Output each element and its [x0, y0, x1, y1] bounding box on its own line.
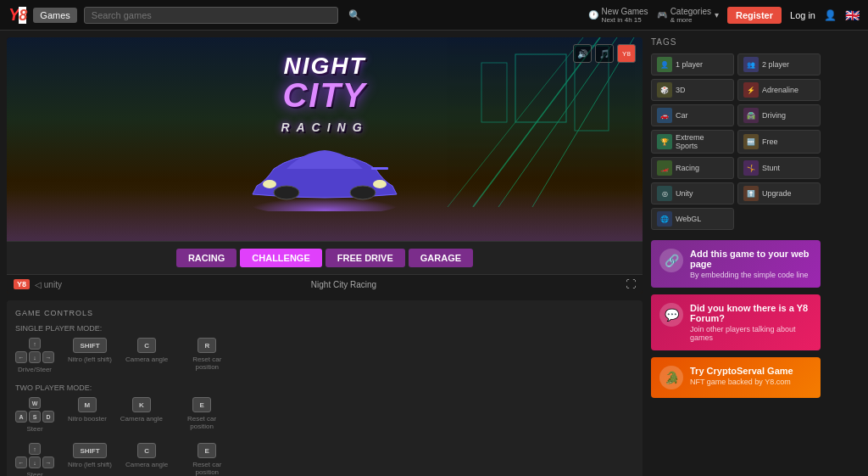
game-frame[interactable]: NIGHT CITY RACING 🔊 🎵 Y8 [7, 37, 643, 241]
sound-button[interactable]: 🔊 [573, 44, 592, 63]
tag-driving[interactable]: 🛣️ Driving [737, 104, 821, 126]
new-games-button[interactable]: 🕐 New Games Next in 4h 15 [588, 7, 648, 24]
register-button[interactable]: Register [727, 7, 782, 24]
language-flag[interactable]: 🇬🇧 [845, 8, 860, 22]
tag-racing[interactable]: 🏎️ Racing [651, 157, 734, 179]
tag-webgl[interactable]: 🌐 WebGL [651, 208, 734, 230]
promo-crypto-title: Try CryptoServal Game [690, 366, 793, 376]
svg-point-8 [263, 180, 276, 188]
logo[interactable]: Y8 [8, 5, 26, 25]
fullscreen-button[interactable]: ⛶ [626, 278, 636, 290]
control-reset-p1: E Reset car position [176, 397, 227, 430]
game-footer: Y8 ◁ unity Night City Racing ⛶ [7, 274, 643, 294]
categories-sub: & more [670, 16, 711, 24]
tag-thumb-racing: 🏎️ [657, 160, 672, 176]
svg-rect-6 [481, 63, 507, 122]
forum-icon: 💬 [659, 303, 683, 327]
games-button[interactable]: Games [33, 8, 76, 23]
svg-point-10 [274, 186, 299, 199]
tags-grid: 👤 1 player 👥 2 player 🎲 3D ⚡ Adrenaline … [651, 53, 821, 230]
embed-icon: 🔗 [659, 249, 683, 272]
promo-forum-text: Did you know there is a Y8 Forum? Join o… [690, 303, 812, 342]
settings-icon[interactable]: Y8 [617, 44, 636, 63]
control-reset-single: R Reset car position [181, 338, 232, 371]
promo-forum-row: 💬 Did you know there is a Y8 Forum? Join… [659, 303, 812, 342]
promo-crypto-text: Try CryptoServal Game NFT game backed by… [690, 366, 793, 386]
promo-forum-card[interactable]: 💬 Did you know there is a Y8 Forum? Join… [651, 294, 821, 350]
nav-links: 🕐 New Games Next in 4h 15 🎮 Categories &… [588, 7, 860, 24]
control-reset-p2: E Reset car position [181, 443, 232, 476]
tag-thumb-1player: 👤 [657, 57, 672, 72]
promo-embed-sub: By embedding the simple code line [690, 271, 812, 279]
tag-thumb-3d: 🎲 [657, 82, 672, 98]
promo-crypto-sub: NFT game backed by Y8.com [690, 378, 793, 386]
promo-embed-text: Add this game to your web page By embedd… [690, 249, 812, 279]
tab-free-drive[interactable]: FREE DRIVE [326, 249, 405, 267]
game-title-racing: RACING [281, 120, 368, 134]
tag-adrenaline[interactable]: ⚡ Adrenaline [737, 79, 821, 101]
tag-2player[interactable]: 👥 2 player [737, 53, 821, 76]
control-nitro-single: SHIFT Nitro (left shift) [68, 338, 112, 363]
svg-point-11 [350, 186, 376, 199]
tag-free[interactable]: 🆓 Free [737, 130, 821, 154]
tag-1player[interactable]: 👤 1 player [651, 53, 734, 76]
unity-logo: ◁ unity [35, 280, 62, 289]
tag-thumb-webgl: 🌐 [657, 211, 672, 227]
promo-embed-title: Add this game to your web page [690, 249, 812, 269]
single-player-label: SINGLE PLAYER MODE: [15, 324, 634, 333]
tag-stunt[interactable]: 🤸 Stunt [737, 157, 821, 179]
header: Y8 Games 🔍 🕐 New Games Next in 4h 15 🎮 C… [0, 0, 868, 31]
tag-thumb-extreme: 🏆 [657, 134, 672, 149]
tag-thumb-adrenaline: ⚡ [743, 82, 759, 98]
control-drive-steer: ↑ ←↓→ Drive/Steer [15, 338, 54, 373]
tag-upgrade[interactable]: ⬆️ Upgrade [737, 182, 821, 204]
new-games-sub: Next in 4h 15 [602, 16, 648, 24]
tag-thumb-upgrade: ⬆️ [743, 186, 759, 201]
tag-thumb-car: 🚗 [657, 108, 672, 123]
tag-extreme-sports[interactable]: 🏆 Extreme Sports [651, 130, 734, 154]
game-controls-section: GAME CONTROLS SINGLE PLAYER MODE: ↑ ←↓→ … [7, 300, 643, 476]
sound-controls: 🔊 🎵 Y8 [573, 44, 636, 63]
promo-forum-sub: Join other players talking about games [690, 325, 812, 342]
svg-rect-12 [371, 167, 388, 170]
tag-3d[interactable]: 🎲 3D [651, 79, 734, 101]
main-container: NIGHT CITY RACING 🔊 🎵 Y8 RACING [0, 31, 868, 476]
two-player-controls-row1: W ASD Steer M Nitro booster K Camera ang… [15, 397, 634, 433]
tag-unity[interactable]: ◎ Unity [651, 182, 734, 204]
control-camera-p1: K Camera angle [120, 397, 163, 423]
controls-label: GAME CONTROLS [15, 309, 634, 317]
left-content: NIGHT CITY RACING 🔊 🎵 Y8 RACING [7, 37, 643, 476]
tag-thumb-2player: 👥 [743, 57, 759, 72]
tag-car[interactable]: 🚗 Car [651, 104, 734, 126]
categories-label: Categories [670, 7, 711, 16]
music-button[interactable]: 🎵 [595, 44, 614, 63]
promo-forum-title: Did you know there is a Y8 Forum? [690, 303, 812, 323]
search-input[interactable] [84, 7, 338, 24]
control-camera-p2: C Camera angle [125, 443, 168, 468]
promo-embed-card[interactable]: 🔗 Add this game to your web page By embe… [651, 240, 821, 288]
categories-button[interactable]: 🎮 Categories & more ▾ [657, 7, 719, 24]
tags-title: TAGS [651, 37, 821, 47]
login-button[interactable]: Log in [790, 10, 815, 20]
game-tabs-bar: RACING CHALLENGE FREE DRIVE GARAGE [7, 241, 643, 274]
promo-crypto-card[interactable]: 🐊 Try CryptoServal Game NFT game backed … [651, 357, 821, 398]
control-nitro-p2: SHIFT Nitro (left shift) [68, 443, 112, 468]
tab-racing[interactable]: RACING [176, 249, 236, 267]
control-nitro-p1: M Nitro booster [68, 397, 107, 423]
tab-challenge[interactable]: CHALLENGE [240, 249, 321, 267]
tag-thumb-driving: 🛣️ [743, 108, 759, 123]
game-canvas[interactable]: NIGHT CITY RACING 🔊 🎵 Y8 [7, 37, 643, 241]
tab-garage[interactable]: GARAGE [409, 249, 473, 267]
two-player-label: TWO PLAYER MODE: [15, 384, 634, 392]
tag-thumb-stunt: 🤸 [743, 160, 759, 176]
single-player-controls: ↑ ←↓→ Drive/Steer SHIFT Nitro (left shif… [15, 338, 634, 373]
svg-rect-4 [515, 54, 566, 122]
y8-logo: Y8 [14, 279, 30, 289]
game-footer-name: Night City Racing [311, 280, 376, 289]
game-area: NIGHT CITY RACING 🔊 🎵 Y8 RACING [7, 37, 643, 294]
new-games-label: New Games [602, 7, 648, 16]
tag-thumb-unity: ◎ [657, 186, 672, 201]
game-title-city: CITY [282, 76, 366, 114]
game-title-overlay: NIGHT CITY RACING [281, 54, 368, 136]
promo-embed-row: 🔗 Add this game to your web page By embe… [659, 249, 812, 279]
